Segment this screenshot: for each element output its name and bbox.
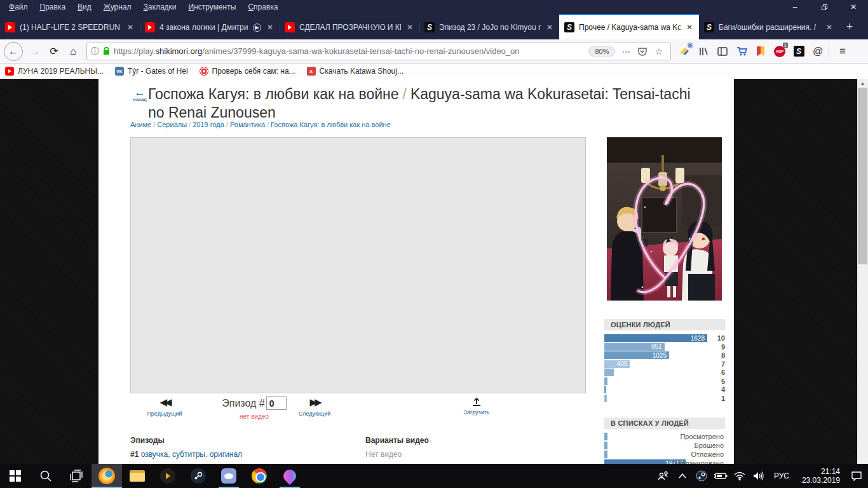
tab-close-icon[interactable]: ✕: [405, 23, 414, 32]
taskbar-explorer-button[interactable]: [122, 464, 153, 488]
start-button[interactable]: [0, 464, 31, 488]
episode-number-input[interactable]: [266, 396, 287, 410]
tab-3[interactable]: СДЕЛАЛ ПРОЗРАЧНУЮ И КВ✕: [280, 14, 419, 39]
minimize-button[interactable]: –: [780, 0, 810, 14]
breadcrumb-link[interactable]: Романтика: [230, 121, 265, 128]
video-variants-heading: Варианты видео: [365, 436, 429, 445]
rating-count: 951: [651, 343, 665, 350]
battery-icon[interactable]: [713, 471, 728, 480]
shopping-cart-extension-icon[interactable]: [733, 43, 750, 60]
pocket-icon[interactable]: [634, 47, 651, 56]
bookmark-star-icon[interactable]: ☆: [651, 46, 667, 57]
taskbar-aimp-button[interactable]: [153, 464, 183, 488]
ratings-section-header: ОЦЕНКИ ЛЮДЕЙ: [604, 319, 725, 330]
episode-links[interactable]: озвучка, субтитры, оригинал: [141, 450, 242, 459]
home-button[interactable]: ⌂: [64, 42, 83, 61]
language-indicator[interactable]: РУС: [770, 471, 793, 480]
tab-close-icon[interactable]: ✕: [545, 23, 554, 32]
back-button[interactable]: ←: [4, 42, 23, 61]
rating-count: 1628: [691, 335, 707, 342]
spiral-extension-icon[interactable]: @: [810, 43, 826, 60]
tab-close-icon[interactable]: ✕: [825, 23, 834, 32]
tab-2[interactable]: 4 закона логики | Дмитрий▶✕: [140, 14, 280, 39]
people-icon[interactable]: [656, 471, 671, 481]
tab-4[interactable]: SЭпизод 23 / JoJo no Kimyou na✕: [419, 14, 559, 39]
poster-image[interactable]: [607, 137, 722, 301]
chrome-icon: [252, 468, 267, 484]
rating-bar: [604, 395, 607, 402]
rating-count: 405: [617, 360, 630, 367]
taskbar-discord-button[interactable]: [214, 464, 244, 488]
rating-row-8: 10258: [604, 351, 725, 359]
breadcrumb-link[interactable]: Аниме: [130, 121, 151, 128]
sidebar-toggle-icon[interactable]: [714, 43, 731, 60]
zoom-level-badge[interactable]: 80%: [588, 46, 615, 57]
frigate-extension-icon[interactable]: 0: [676, 43, 693, 60]
taskbar-steam-button[interactable]: [183, 464, 214, 488]
breadcrumb-link[interactable]: 2019 года: [193, 121, 224, 128]
scrollbar-up-arrow[interactable]: ▲: [857, 79, 868, 88]
library-icon[interactable]: [695, 43, 712, 60]
page-scrollbar[interactable]: ▲: [857, 79, 868, 464]
tab-6[interactable]: SБаги/ошибки расширения. /✕: [699, 14, 839, 39]
youtube-favicon: [145, 22, 155, 32]
episode-entry: #1 озвучка, субтитры, оригинал: [130, 450, 242, 459]
menu-Журнал[interactable]: Журнал: [104, 3, 132, 11]
tab-close-icon[interactable]: ✕: [126, 23, 135, 32]
bookmarks-flag-extension-icon[interactable]: [752, 43, 769, 60]
menu-Справка[interactable]: Справка: [248, 3, 278, 11]
menu-Файл[interactable]: Файл: [9, 3, 28, 11]
menu-Закладки[interactable]: Закладки: [144, 3, 177, 11]
youtube-favicon: [5, 22, 15, 32]
next-episode-button[interactable]: ▶▶ Следующий: [295, 396, 334, 417]
tray-steam-icon[interactable]: [694, 470, 709, 482]
close-button[interactable]: ✕: [839, 0, 868, 14]
menu-Инструменты[interactable]: Инструменты: [189, 3, 236, 11]
taskbar-chrome-button[interactable]: [244, 464, 275, 488]
volume-icon[interactable]: [751, 471, 766, 480]
back-link[interactable]: ← назад: [130, 89, 149, 102]
wifi-icon[interactable]: [732, 471, 747, 480]
page-info-icon[interactable]: ⓘ: [91, 46, 99, 57]
new-tab-button[interactable]: +: [839, 14, 860, 39]
task-view-button[interactable]: [61, 464, 92, 488]
date: 23.03.2019: [802, 476, 840, 485]
previous-episode-button[interactable]: ◀◀ Предыдущий: [146, 396, 184, 417]
bookmark-2[interactable]: VKTýr - Gates of Hel: [115, 67, 188, 76]
app-menu-button[interactable]: ≡: [834, 45, 851, 58]
screen: ФайлПравкаВидЖурналЗакладкиИнструментыСп…: [0, 0, 868, 488]
breadcrumb-link[interactable]: Сериалы: [157, 121, 187, 128]
breadcrumb-link[interactable]: Госпожа Кагуя: в любви как на войне: [271, 121, 391, 128]
reload-button[interactable]: ⟳: [44, 42, 64, 61]
upload-video-button[interactable]: Загрузить: [454, 396, 499, 416]
bookmark-1[interactable]: ЛУНА 2019 РЕАЛЬНЫ...: [5, 67, 104, 76]
url-bar[interactable]: ⓘ https://play.shikimori.org/animes/3799…: [86, 43, 671, 60]
tab-close-icon[interactable]: ✕: [685, 23, 694, 32]
bookmark-3[interactable]: Проверь себя сам: на...: [200, 67, 295, 76]
bookmark-4[interactable]: AСкачать Katawa Shouj...: [307, 67, 403, 76]
scrollbar-thumb[interactable]: [858, 88, 867, 264]
taskbar-search-button[interactable]: [31, 464, 61, 488]
menu-Правка[interactable]: Правка: [40, 3, 66, 11]
restore-button[interactable]: [810, 0, 839, 14]
list-category-label: Запланировано: [673, 459, 724, 464]
notifications-icon[interactable]: [849, 471, 864, 481]
system-tray: РУС 21:14 23.03.2019: [656, 464, 868, 488]
tray-expand-chevron-icon[interactable]: [675, 473, 690, 478]
video-player-placeholder[interactable]: [130, 137, 586, 393]
windows-taskbar: РУС 21:14 23.03.2019: [0, 464, 868, 488]
tab-1[interactable]: (1) HALF-LIFE 2 SPEEDRUN - Yo✕: [0, 14, 140, 39]
forward-button[interactable]: →: [25, 42, 44, 61]
menu-Вид[interactable]: Вид: [78, 3, 92, 11]
page-actions-icon[interactable]: ⋯: [618, 46, 634, 57]
adblock-plus-icon[interactable]: ABP1: [771, 43, 788, 60]
taskbar-firefox-button[interactable]: [92, 464, 122, 488]
tab-close-icon[interactable]: ✕: [266, 23, 275, 32]
breadcrumb-separator: /: [187, 121, 193, 128]
firefox-icon: [98, 468, 115, 484]
shikimori-extension-icon[interactable]: S: [790, 43, 807, 60]
taskbar-pink-drop-button[interactable]: [275, 464, 305, 488]
tab-5[interactable]: SПрочее / Kaguya-sama wa Kok✕: [559, 14, 699, 39]
back-arrow-icon: ←: [130, 89, 149, 97]
clock[interactable]: 21:14 23.03.2019: [797, 467, 845, 485]
